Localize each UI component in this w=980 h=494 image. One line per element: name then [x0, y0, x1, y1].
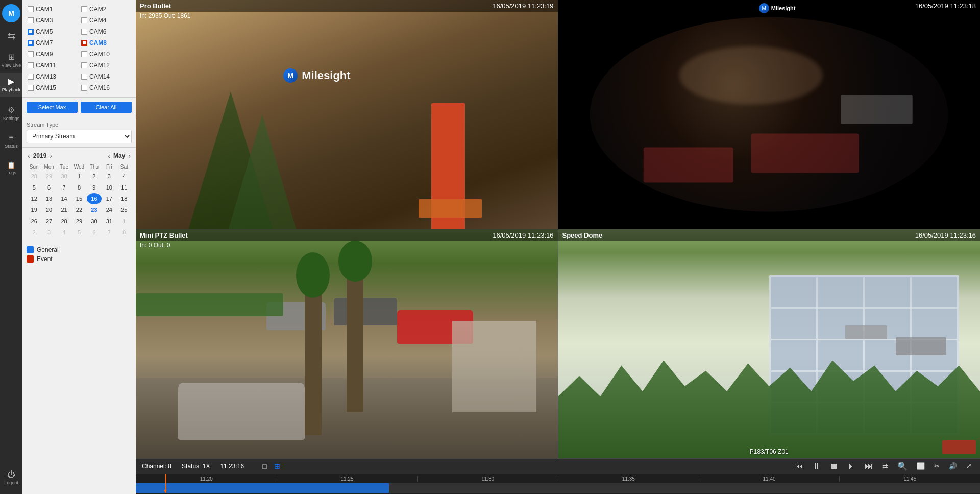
calendar-day-3-2[interactable]: 21 — [57, 204, 71, 216]
calendar-day-0-6[interactable]: 4 — [117, 171, 132, 182]
calendar-day-1-4[interactable]: 9 — [87, 182, 102, 193]
cam-item-cam5[interactable]: CAM5 — [27, 27, 78, 37]
calendar-day-2-2[interactable]: 14 — [57, 193, 71, 204]
sidebar-item-playback[interactable]: ▶ Playback — [0, 73, 22, 97]
calendar-day-4-3[interactable]: 29 — [71, 216, 86, 227]
calendar-day-0-4[interactable]: 2 — [87, 171, 102, 182]
cam-item-cam3[interactable]: CAM3 — [27, 15, 78, 26]
calendar-day-4-4[interactable]: 30 — [87, 216, 102, 227]
cam15-checkbox[interactable] — [28, 85, 34, 91]
calendar-day-0-1[interactable]: 29 — [41, 171, 56, 182]
fullscreen-button[interactable]: ⤢ — [964, 461, 974, 471]
calendar-day-0-2[interactable]: 30 — [57, 171, 71, 182]
cam16-checkbox[interactable] — [81, 85, 87, 91]
cam10-checkbox[interactable] — [81, 51, 87, 57]
video-cell-3[interactable]: Mini PTZ Bullet 16/05/2019 11:23:16 In: … — [136, 229, 558, 458]
sidebar-item-logs[interactable]: 📋 Logs — [0, 157, 22, 180]
calendar-day-5-1[interactable]: 3 — [41, 227, 56, 238]
sidebar-item-settings[interactable]: ⚙ Settings — [0, 101, 22, 126]
calendar-day-4-1[interactable]: 27 — [41, 216, 56, 227]
calendar-day-5-2[interactable]: 4 — [57, 227, 71, 238]
calendar-day-3-1[interactable]: 20 — [41, 204, 56, 216]
sidebar-item-live-view[interactable]: ⊞ View Live — [0, 48, 22, 73]
calendar-day-2-3[interactable]: 15 — [71, 193, 86, 204]
capture-button[interactable]: ⬜ — [915, 461, 927, 471]
select-max-button[interactable]: Select Max — [27, 102, 78, 113]
volume-button[interactable]: 🔊 — [947, 461, 959, 471]
stop-button[interactable]: ⏹ — [828, 461, 840, 472]
calendar-day-2-4[interactable]: 16 — [87, 193, 102, 204]
calendar-day-5-3[interactable]: 5 — [71, 227, 86, 238]
sidebar-item-status[interactable]: ≡ Status — [0, 129, 22, 153]
calendar-day-3-3[interactable]: 22 — [71, 204, 86, 216]
calendar-day-4-2[interactable]: 28 — [57, 216, 71, 227]
cam14-checkbox[interactable] — [81, 74, 87, 80]
cam5-checkbox[interactable] — [28, 29, 34, 35]
calendar-day-2-6[interactable]: 18 — [117, 193, 132, 204]
cam7-checkbox[interactable] — [28, 40, 34, 46]
cam-item-cam12[interactable]: CAM12 — [80, 60, 132, 70]
fast-forward-button[interactable]: ⏭ — [863, 461, 875, 472]
cam-item-cam16[interactable]: CAM16 — [80, 83, 132, 93]
layout-quad-button[interactable]: ⊞ — [272, 461, 282, 472]
cam11-checkbox[interactable] — [28, 62, 34, 68]
cam-item-cam10[interactable]: CAM10 — [80, 49, 132, 59]
cam-item-cam11[interactable]: CAM11 — [27, 60, 78, 70]
stream-type-select[interactable]: Primary Stream Secondary Stream — [27, 130, 132, 143]
calendar-day-1-1[interactable]: 6 — [41, 182, 56, 193]
year-prev-button[interactable]: ‹ — [27, 152, 31, 160]
video-cell-2[interactable]: M Milesight 16/05/2019 11:23:18 — [558, 0, 981, 229]
calendar-day-2-1[interactable]: 13 — [41, 193, 56, 204]
calendar-day-3-0[interactable]: 19 — [27, 204, 41, 216]
cam-item-cam7[interactable]: CAM7 — [27, 38, 78, 48]
video-cell-4[interactable]: P183/T06 Z01 Speed Dome 16/05/2019 11:23… — [558, 229, 981, 458]
rewind-button[interactable]: ⏮ — [793, 461, 805, 472]
clear-all-button[interactable]: Clear All — [81, 102, 132, 113]
cam-item-cam15[interactable]: CAM15 — [27, 83, 78, 93]
calendar-day-5-5[interactable]: 7 — [102, 227, 116, 238]
cam8-checkbox[interactable] — [81, 40, 87, 46]
calendar-day-1-5[interactable]: 10 — [102, 182, 116, 193]
cam2-checkbox[interactable] — [81, 6, 87, 12]
zoom-out-button[interactable]: 🔍 — [895, 460, 910, 472]
sync-button[interactable]: ⇄ — [880, 461, 890, 472]
calendar-day-1-2[interactable]: 7 — [57, 182, 71, 193]
calendar-day-4-5[interactable]: 31 — [102, 216, 116, 227]
month-prev-button[interactable]: ‹ — [107, 152, 111, 160]
cam13-checkbox[interactable] — [28, 74, 34, 80]
video-cell-1[interactable]: M Milesight Pro Bullet 16/05/2019 11:23:… — [136, 0, 558, 229]
calendar-day-5-6[interactable]: 8 — [117, 227, 132, 238]
year-next-button[interactable]: › — [48, 152, 53, 160]
cam-item-cam2[interactable]: CAM2 — [80, 4, 132, 14]
timeline-track[interactable] — [136, 483, 980, 493]
sidebar-nav-arrows[interactable]: ⇆ — [0, 27, 22, 46]
calendar-day-5-0[interactable]: 2 — [27, 227, 41, 238]
calendar-day-3-4[interactable]: 23 — [87, 204, 102, 216]
scissors-button[interactable]: ✂ — [932, 461, 942, 471]
sidebar-item-logout[interactable]: ⏻ Logout — [0, 466, 22, 490]
calendar-day-1-0[interactable]: 5 — [27, 182, 41, 193]
cam-item-cam6[interactable]: CAM6 — [80, 27, 132, 37]
calendar-day-0-3[interactable]: 1 — [71, 171, 86, 182]
cam1-checkbox[interactable] — [28, 6, 34, 12]
layout-single-button[interactable]: □ — [260, 461, 268, 472]
cam-item-cam9[interactable]: CAM9 — [27, 49, 78, 59]
cam12-checkbox[interactable] — [81, 62, 87, 68]
calendar-day-0-0[interactable]: 28 — [27, 171, 41, 182]
calendar-day-5-4[interactable]: 6 — [87, 227, 102, 238]
calendar-day-3-6[interactable]: 25 — [117, 204, 132, 216]
cam-item-cam4[interactable]: CAM4 — [80, 15, 132, 26]
calendar-day-3-5[interactable]: 24 — [102, 204, 116, 216]
play-button[interactable]: ⏵ — [845, 461, 857, 472]
calendar-day-1-3[interactable]: 8 — [71, 182, 86, 193]
pause-button[interactable]: ⏸ — [811, 461, 823, 472]
month-next-button[interactable]: › — [127, 152, 132, 160]
cam4-checkbox[interactable] — [81, 17, 87, 23]
calendar-day-2-0[interactable]: 12 — [27, 193, 41, 204]
cam9-checkbox[interactable] — [28, 51, 34, 57]
calendar-day-4-6[interactable]: 1 — [117, 216, 132, 227]
cam3-checkbox[interactable] — [28, 17, 34, 23]
cam-item-cam13[interactable]: CAM13 — [27, 72, 78, 82]
calendar-day-4-0[interactable]: 26 — [27, 216, 41, 227]
calendar-day-1-6[interactable]: 11 — [117, 182, 132, 193]
